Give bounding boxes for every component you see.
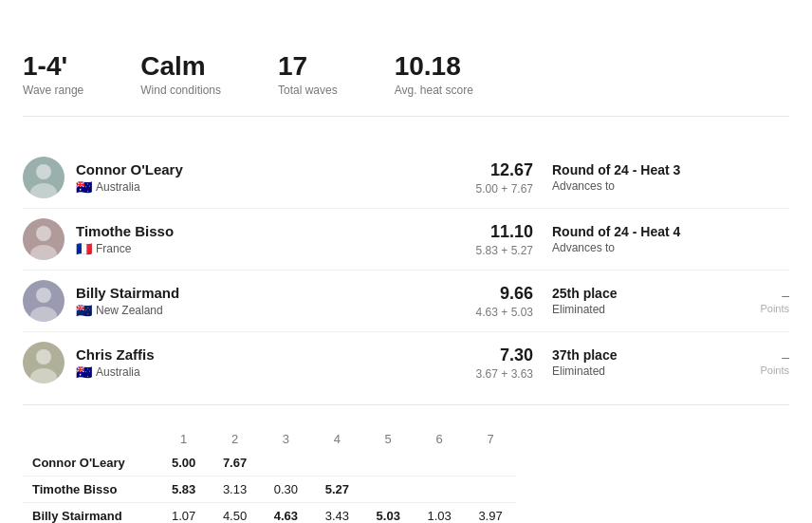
page-header <box>23 19 789 25</box>
wave-score-0-0: 5.00 <box>158 450 210 476</box>
athlete-country-name-chris-zaffis: Australia <box>96 365 140 379</box>
stats-row: 1-4' Wave range Calm Wind conditions 17 … <box>23 51 789 117</box>
wave-score-2-0: 1.07 <box>158 503 210 524</box>
wave-score-0-1: 7.67 <box>210 450 261 476</box>
wave-table-body: Connor O'Leary5.007.67Timothe Bisso5.833… <box>23 450 516 523</box>
athlete-info-connor-oleary: Connor O'Leary 🇦🇺 Australia <box>76 161 419 195</box>
athlete-name-timothe-bisso: Timothe Bisso <box>76 223 419 239</box>
stat-value-avg-heat: 10.18 <box>395 51 473 82</box>
wave-score-1-5 <box>414 476 465 503</box>
athlete-row-connor-oleary: Connor O'Leary 🇦🇺 Australia 12.67 5.00 +… <box>23 147 789 209</box>
result-status-connor-oleary: Advances to <box>552 179 723 193</box>
athletes-section: Connor O'Leary 🇦🇺 Australia 12.67 5.00 +… <box>23 147 789 405</box>
athlete-wave-scores-connor-oleary: 5.00 + 7.67 <box>419 182 533 196</box>
page-container: 1-4' Wave range Calm Wind conditions 17 … <box>23 19 789 523</box>
athlete-avatar-chris-zaffis <box>23 342 65 383</box>
wave-col-7: 7 <box>465 428 516 450</box>
wave-col-3: 3 <box>261 428 312 450</box>
wave-score-2-6: 3.97 <box>465 503 516 524</box>
stat-value-wind: Calm <box>140 51 221 82</box>
athlete-flag-timothe-bisso: 🇫🇷 <box>76 241 92 256</box>
athlete-wave-scores-chris-zaffis: 3.67 + 3.63 <box>419 367 533 381</box>
athlete-country-connor-oleary: 🇦🇺 Australia <box>76 179 419 195</box>
athlete-total-score-timothe-bisso: 11.10 <box>419 222 533 242</box>
points-label: Points <box>732 364 789 376</box>
athlete-row-billy-stairmand: Billy Stairmand 🇳🇿 New Zealand 9.66 4.63… <box>23 271 789 332</box>
wave-score-1-2: 0.30 <box>261 476 312 503</box>
athlete-country-timothe-bisso: 🇫🇷 France <box>76 241 419 256</box>
stat-value-wave-range: 1-4' <box>23 51 83 82</box>
athlete-result-billy-stairmand: 25th place Eliminated <box>552 286 723 316</box>
athlete-info-billy-stairmand: Billy Stairmand 🇳🇿 New Zealand <box>76 285 419 318</box>
wave-col-4: 4 <box>311 428 362 450</box>
wave-table-grid: 1234567 Connor O'Leary5.007.67Timothe Bi… <box>23 428 516 523</box>
wave-score-table: 1234567 Connor O'Leary5.007.67Timothe Bi… <box>23 428 789 523</box>
athlete-avatar-timothe-bisso <box>23 218 65 260</box>
athlete-flag-chris-zaffis: 🇦🇺 <box>76 364 92 380</box>
result-status-chris-zaffis: Eliminated <box>552 364 723 378</box>
wave-row-athlete-0: Connor O'Leary <box>23 450 158 476</box>
result-round-connor-oleary: Round of 24 - Heat 3 <box>552 162 723 177</box>
athlete-total-score-chris-zaffis: 7.30 <box>419 346 533 365</box>
wave-table-row: Timothe Bisso5.833.130.305.27 <box>23 476 516 503</box>
athlete-flag-billy-stairmand: 🇳🇿 <box>76 303 92 318</box>
athlete-info-chris-zaffis: Chris Zaffis 🇦🇺 Australia <box>76 346 419 380</box>
athlete-avatar-connor-oleary <box>23 157 65 198</box>
athlete-score-section-chris-zaffis: 7.30 3.67 + 3.63 <box>419 346 533 381</box>
athlete-result-chris-zaffis: 37th place Eliminated <box>552 347 723 378</box>
wave-table-row: Billy Stairmand1.074.504.633.435.031.033… <box>23 503 516 524</box>
wave-score-0-3 <box>311 450 362 476</box>
wave-table-header-row: 1234567 <box>23 428 516 450</box>
athlete-result-timothe-bisso: Round of 24 - Heat 4 Advances to <box>552 224 723 254</box>
athlete-row-timothe-bisso: Timothe Bisso 🇫🇷 France 11.10 5.83 + 5.2… <box>23 209 789 271</box>
wave-table-header: 1234567 <box>23 428 516 450</box>
result-round-timothe-bisso: Round of 24 - Heat 4 <box>552 224 723 239</box>
wave-score-0-5 <box>414 450 465 476</box>
athlete-result-connor-oleary: Round of 24 - Heat 3 Advances to <box>552 162 723 193</box>
result-round-chris-zaffis: 37th place <box>552 347 723 363</box>
athlete-name-chris-zaffis: Chris Zaffis <box>76 346 419 363</box>
athlete-avatar-billy-stairmand <box>23 280 65 322</box>
stat-label-avg-heat: Avg. heat score <box>395 84 473 97</box>
athlete-name-billy-stairmand: Billy Stairmand <box>76 285 419 301</box>
wave-score-1-0: 5.83 <box>158 476 210 503</box>
athlete-points-billy-stairmand: – Points <box>732 288 789 314</box>
svg-point-7 <box>30 368 57 383</box>
athlete-row-chris-zaffis: Chris Zaffis 🇦🇺 Australia 7.30 3.67 + 3.… <box>23 332 789 393</box>
svg-point-2 <box>36 226 51 241</box>
wave-score-1-3: 5.27 <box>311 476 362 503</box>
wave-score-0-2 <box>261 450 312 476</box>
athlete-country-chris-zaffis: 🇦🇺 Australia <box>76 364 419 380</box>
wave-col-5: 5 <box>362 428 414 450</box>
wave-score-2-1: 4.50 <box>210 503 261 524</box>
wave-score-1-6 <box>465 476 516 503</box>
stat-value-total-waves: 17 <box>278 51 338 82</box>
athlete-total-score-billy-stairmand: 9.66 <box>419 284 533 304</box>
svg-point-6 <box>36 349 51 364</box>
svg-point-1 <box>30 183 57 198</box>
wave-col-2: 2 <box>210 428 261 450</box>
athlete-score-section-connor-oleary: 12.67 5.00 + 7.67 <box>419 160 533 196</box>
athlete-info-timothe-bisso: Timothe Bisso 🇫🇷 France <box>76 223 419 256</box>
athlete-country-name-connor-oleary: Australia <box>96 180 140 194</box>
wave-row-athlete-2: Billy Stairmand <box>23 503 158 524</box>
athlete-points-chris-zaffis: – Points <box>732 349 789 376</box>
athlete-country-name-timothe-bisso: France <box>96 242 131 255</box>
stat-label-wave-range: Wave range <box>23 84 83 97</box>
wave-score-2-3: 3.43 <box>311 503 362 524</box>
wave-col-6: 6 <box>414 428 465 450</box>
wave-score-2-4: 5.03 <box>362 503 414 524</box>
svg-point-0 <box>36 164 51 179</box>
athlete-wave-scores-billy-stairmand: 4.63 + 5.03 <box>419 306 533 319</box>
stat-label-total-waves: Total waves <box>278 84 338 97</box>
athlete-wave-scores-timothe-bisso: 5.83 + 5.27 <box>419 244 533 257</box>
athlete-total-score-connor-oleary: 12.67 <box>419 160 533 180</box>
athlete-name-connor-oleary: Connor O'Leary <box>76 161 419 177</box>
svg-point-3 <box>30 245 57 260</box>
svg-point-5 <box>30 307 57 322</box>
stat-label-wind: Wind conditions <box>140 84 221 97</box>
stat-wind: Calm Wind conditions <box>140 51 221 97</box>
athlete-flag-connor-oleary: 🇦🇺 <box>76 179 92 195</box>
wave-score-1-1: 3.13 <box>210 476 261 503</box>
wave-score-0-6 <box>465 450 516 476</box>
